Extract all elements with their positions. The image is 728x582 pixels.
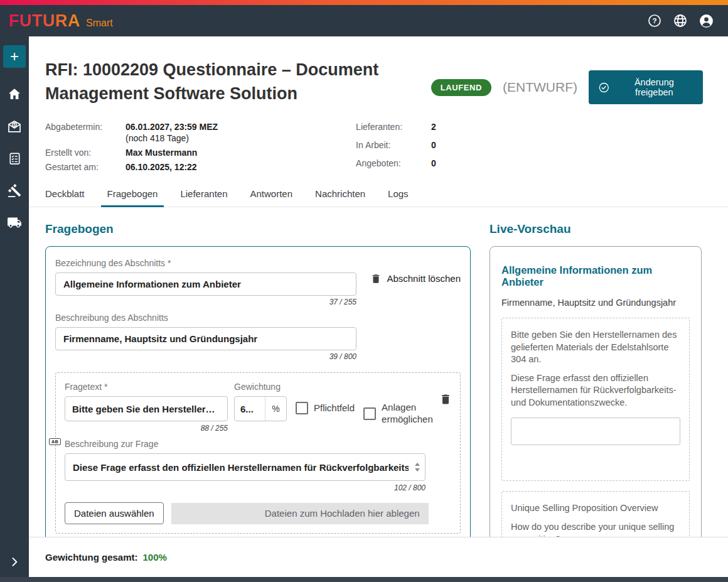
meta-right: Lieferanten: 2 In Arbeit: 0 Angeboten: 0 xyxy=(356,122,436,172)
meta-value: 06.10.2025, 12:22 xyxy=(126,162,218,172)
editor-heading: Fragebogen xyxy=(45,222,471,236)
weight-unit: % xyxy=(265,397,286,421)
status-group: LAUFEND (ENTWURF) Änderung freigeben xyxy=(431,70,703,104)
preview-q1-text: Bitte geben Sie den Herstellernamen des … xyxy=(511,329,680,366)
section-desc-label: Beschreibung des Abschnitts xyxy=(55,313,461,323)
required-checkbox[interactable] xyxy=(296,402,308,414)
header-icons: ? xyxy=(646,13,714,29)
required-checkbox-label: Pflichtfeld xyxy=(314,402,355,414)
sidebar-expand-chevron-icon[interactable] xyxy=(0,556,29,568)
section-editor-card: Bezeichnung des Abschnitts * 37 / 255 Ab… xyxy=(45,246,471,560)
textarea-scroll-spinner[interactable] xyxy=(415,463,420,472)
meta-value: 0 xyxy=(431,140,436,150)
meta-value: 2 xyxy=(431,122,436,132)
file-drop-area[interactable]: Dateien zum Hochladen hier ablegen xyxy=(171,503,429,524)
preview-q1-desc: Diese Frage erfasst den offiziellen Hers… xyxy=(511,372,680,409)
preview-q1-answer-input[interactable] xyxy=(511,418,680,445)
page-title: RFI: 10002209 Questionnaire – Document M… xyxy=(45,58,420,105)
section-name-counter: 37 / 255 xyxy=(55,298,356,306)
home-icon[interactable] xyxy=(7,87,22,102)
section-name-label: Bezeichnung des Abschnitts * xyxy=(55,258,356,268)
attachments-checkbox[interactable] xyxy=(363,407,376,420)
sidebar-nav: $ xyxy=(7,87,22,230)
main-content: RFI: 10002209 Questionnaire – Document M… xyxy=(29,36,728,582)
app-window: FUTURA Smart ? + $ xyxy=(0,0,728,582)
attachments-checkbox-label: Anlagen ermöglichen xyxy=(382,402,439,426)
meta-value: Max Mustermann xyxy=(126,148,218,158)
check-circle-icon xyxy=(598,82,610,94)
question-desc-label: Beschreibung zur Frage xyxy=(65,439,451,449)
preview-question-1: Bitte geben Sie den Herstellernamen des … xyxy=(501,318,690,481)
sidebar: + $ xyxy=(0,36,29,582)
tab-fragebogen[interactable]: Fragebogen xyxy=(101,188,164,207)
section-desc-input[interactable] xyxy=(55,327,356,350)
tab-logs[interactable]: Logs xyxy=(382,188,415,207)
brand-name: FUTURA xyxy=(9,11,80,31)
delete-question-button[interactable] xyxy=(439,393,452,406)
tab-bar: Deckblatt Fragebogen Lieferanten Antwort… xyxy=(39,188,703,207)
preview-section-title: Allgemeine Informationen zum Anbieter xyxy=(501,264,690,288)
tab-antworten[interactable]: Antworten xyxy=(244,188,299,207)
draft-status-text: (ENTWURF) xyxy=(503,80,577,95)
question-text-label: Fragetext * xyxy=(65,382,228,392)
weight-total-label: Gewichtung gesamt: xyxy=(45,552,138,563)
gavel-icon[interactable] xyxy=(7,183,22,198)
truck-icon[interactable] xyxy=(7,215,22,230)
question-desc-counter: 102 / 800 xyxy=(65,483,426,492)
brand-suffix: Smart xyxy=(86,18,113,29)
tab-deckblatt[interactable]: Deckblatt xyxy=(39,188,91,207)
question-desc-text: Diese Frage erfasst den offiziellen Hers… xyxy=(73,462,409,473)
spinner-down-icon[interactable] xyxy=(415,468,420,472)
meta-label: Erstellt von: xyxy=(45,148,126,158)
meta-value: 06.01.2027, 23:59 MEZ xyxy=(126,122,218,132)
window-bottom-bar xyxy=(0,577,728,582)
weight-total-footer: Gewichtung gesamt: 100% xyxy=(29,537,728,577)
delete-section-label: Abschnitt löschen xyxy=(387,273,461,284)
weight-value: 6... xyxy=(235,397,265,421)
live-preview-card: Allgemeine Informationen zum Anbieter Fi… xyxy=(490,246,702,560)
meta-value: 0 xyxy=(431,158,436,168)
checklist-icon[interactable] xyxy=(7,151,22,166)
section-name-input[interactable] xyxy=(55,272,356,296)
tab-nachrichten[interactable]: Nachrichten xyxy=(309,188,372,207)
drag-text-badge: AB xyxy=(49,438,61,445)
app-header: FUTURA Smart ? xyxy=(0,5,728,36)
meta-label: Gestartet am: xyxy=(45,162,126,172)
create-new-button[interactable]: + xyxy=(3,45,26,68)
section-desc-counter: 39 / 800 xyxy=(55,352,356,361)
meta-label: In Arbeit: xyxy=(356,140,431,150)
question-desc-textarea[interactable]: Diese Frage erfasst den offiziellen Hers… xyxy=(65,453,426,481)
meta-note: (noch 418 Tage) xyxy=(126,133,218,143)
status-badge: LAUFEND xyxy=(431,79,491,96)
approve-change-label: Änderung freigeben xyxy=(615,77,693,97)
help-icon[interactable]: ? xyxy=(646,13,663,29)
meta-label: Abgabetermin: xyxy=(45,122,126,132)
approve-change-button[interactable]: Änderung freigeben xyxy=(589,70,703,104)
question-text-input[interactable] xyxy=(65,396,228,421)
globe-icon[interactable] xyxy=(672,13,688,29)
preview-q2-title: Unique Selling Proposition Overview xyxy=(511,502,680,515)
preview-section-desc: Firmenname, Hauptsitz und Gründungsjahr xyxy=(501,298,690,308)
trash-icon xyxy=(439,393,452,406)
question-text-counter: 88 / 255 xyxy=(65,424,228,433)
meta-label: Angeboten: xyxy=(356,158,431,168)
meta-section: Abgabetermin: 06.01.2027, 23:59 MEZ (noc… xyxy=(45,122,703,172)
gradient-accent-bar xyxy=(0,0,728,5)
trash-icon xyxy=(370,273,382,284)
weight-total-value: 100% xyxy=(143,552,167,563)
svg-text:$: $ xyxy=(13,122,16,127)
brand-logo: FUTURA Smart xyxy=(9,11,113,31)
tab-lieferanten[interactable]: Lieferanten xyxy=(174,188,233,207)
spinner-up-icon[interactable] xyxy=(415,463,420,466)
question-editor-block: AB Fragetext * 88 / 255 Gewichtung xyxy=(55,372,461,534)
meta-left: Abgabetermin: 06.01.2027, 23:59 MEZ (noc… xyxy=(45,122,218,172)
weight-input[interactable]: 6... % xyxy=(234,396,287,421)
delete-section-button[interactable]: Abschnitt löschen xyxy=(370,273,461,306)
weight-label: Gewichtung xyxy=(234,382,287,392)
meta-label: Lieferanten: xyxy=(356,122,431,132)
choose-files-button[interactable]: Dateien auswählen xyxy=(65,502,164,524)
inbox-dollar-icon[interactable]: $ xyxy=(7,119,22,134)
preview-heading: Live-Vorschau xyxy=(490,222,702,236)
svg-text:?: ? xyxy=(652,17,656,24)
user-account-icon[interactable] xyxy=(698,13,714,29)
